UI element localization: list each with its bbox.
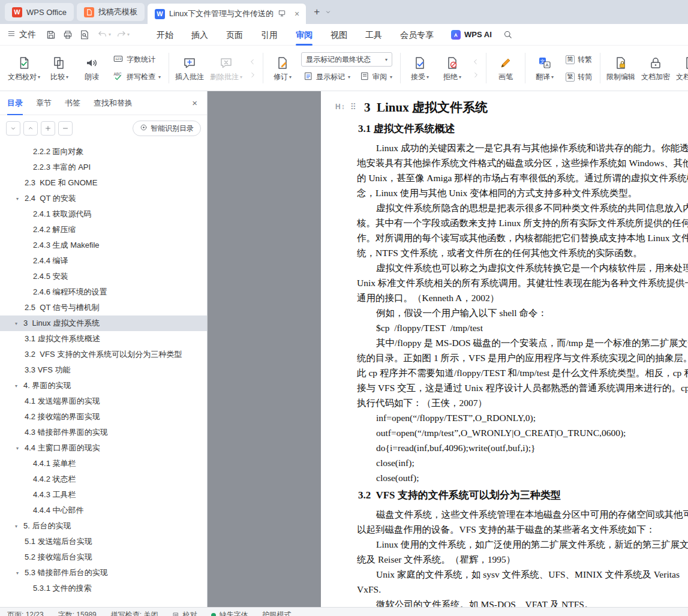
toc-item[interactable]: 2.2.3 丰富的 API xyxy=(0,160,207,175)
smart-toc-button[interactable]: 智能识别目录 xyxy=(133,121,201,136)
next-comment-button[interactable] xyxy=(245,70,260,80)
tab-review[interactable]: 审阅 xyxy=(287,24,322,46)
toc-expand-icon[interactable]: ▾ xyxy=(16,570,25,576)
chevron-up-icon[interactable] xyxy=(23,121,38,136)
toc-expand-icon[interactable]: ▾ xyxy=(16,446,25,451)
translate-button[interactable]: 文A 翻译▾ xyxy=(528,48,561,88)
expand-all-icon[interactable] xyxy=(41,121,55,136)
proofread-indicator[interactable]: 校对 xyxy=(172,610,197,616)
sidebar-tab-toc[interactable]: 目录 xyxy=(7,91,23,115)
undo-button[interactable]: ▾ xyxy=(97,29,111,40)
reject-change-button[interactable]: 拒绝▾ xyxy=(436,48,468,88)
close-icon[interactable]: × xyxy=(293,9,301,19)
chevron-down-icon[interactable] xyxy=(6,121,20,136)
toc-item[interactable]: 4.2 接收端的界面实现 xyxy=(0,409,207,425)
new-tab-button[interactable]: + xyxy=(309,4,325,20)
print-preview-icon[interactable] xyxy=(77,27,92,43)
tab-active-document[interactable]: W Linux下文件管理与文件传送的 × xyxy=(148,4,306,24)
proofread-button[interactable]: 文档校对▾ xyxy=(5,48,43,88)
insert-comment-button[interactable]: 插入批注 xyxy=(172,48,207,88)
toc-item[interactable]: 2.4.4 编译 xyxy=(0,253,207,269)
toc-expand-icon[interactable]: ▾ xyxy=(15,383,23,389)
tab-tools[interactable]: 工具 xyxy=(356,24,391,46)
next-change-button[interactable] xyxy=(468,70,483,80)
toc-item[interactable]: 3.1 虚拟文件系统概述 xyxy=(0,331,207,347)
toc-item[interactable]: 2.4.5 安装 xyxy=(0,269,207,284)
wps-ai-button[interactable]: WPS AI xyxy=(451,30,492,40)
missing-fonts-indicator[interactable]: 缺失字体 xyxy=(211,610,248,616)
toc-item[interactable]: 4.4.4 中心部件 xyxy=(0,503,207,518)
collapse-all-icon[interactable] xyxy=(58,121,73,136)
document-page[interactable]: H↕ ⠿ 3 Linux 虚拟文件系统3.1 虚拟文件系统概述Linux 成功的… xyxy=(321,91,688,607)
print-icon[interactable] xyxy=(60,27,76,43)
toc-item[interactable]: 4.4.3 工具栏 xyxy=(0,487,207,503)
document-content[interactable]: 3 Linux 虚拟文件系统3.1 虚拟文件系统概述Linux 成功的关键因素之… xyxy=(321,91,688,607)
toc-item[interactable]: 3.2 VFS 支持的文件系统可以划分为三种类型 xyxy=(0,347,207,362)
save-icon[interactable] xyxy=(43,27,59,43)
toc-item[interactable]: ▾4.4 主窗口界面的现实 xyxy=(0,440,207,456)
delete-comment-button[interactable]: 删除批注▾ xyxy=(207,48,245,88)
heading-level-handle-icon[interactable]: H↕ xyxy=(335,103,345,111)
document-canvas[interactable]: H↕ ⠿ 3 Linux 虚拟文件系统3.1 虚拟文件系统概述Linux 成功的… xyxy=(208,91,688,607)
toc-item[interactable]: 4.1 发送端界面的实现 xyxy=(0,393,207,409)
pen-button[interactable]: 画笔 xyxy=(489,48,522,88)
previous-change-button[interactable] xyxy=(468,56,483,67)
drag-handle-icon[interactable]: ⠿ xyxy=(350,102,356,112)
toc-expand-icon[interactable]: ▾ xyxy=(15,321,23,326)
toc-item[interactable]: 4.4.1 菜单栏 xyxy=(0,456,207,471)
tab-page[interactable]: 页面 xyxy=(217,24,252,46)
toc-expand-icon[interactable]: ▾ xyxy=(15,524,23,529)
toc-item[interactable]: 5.3.1 文件的搜索 xyxy=(0,581,207,596)
restrict-editing-button[interactable]: 限制编辑 xyxy=(603,48,638,88)
toc-item[interactable]: 2.4.2 解压缩 xyxy=(0,222,207,238)
close-icon[interactable]: × xyxy=(190,97,200,109)
toc-item[interactable]: 4.4.2 状态栏 xyxy=(0,471,207,487)
tab-list-chevron-icon[interactable] xyxy=(325,4,335,20)
toc-item[interactable]: 5.2 接收端后台实现 xyxy=(0,549,207,565)
toc-item[interactable]: 2.4.3 生成 Makefile xyxy=(0,238,207,253)
redo-button[interactable]: ▾ xyxy=(116,29,130,40)
review-panel-button[interactable]: 审阅 ▾ xyxy=(357,70,395,84)
accept-change-button[interactable]: 接受▾ xyxy=(404,48,436,88)
encrypt-document-button[interactable]: 文档加密 xyxy=(638,48,673,88)
show-markup-button[interactable]: 显示标记 ▾ xyxy=(301,70,353,84)
tab-template-document[interactable]: 找稿壳模板 xyxy=(77,3,145,21)
toc-item[interactable]: 2.2.2 面向对象 xyxy=(0,144,207,160)
toc-item[interactable]: ▾5. 后台的实现 xyxy=(0,518,207,534)
traditional-to-simplified-button[interactable]: 繁 转简 xyxy=(563,70,594,84)
compare-button[interactable]: 比较▾ xyxy=(43,48,76,88)
toc-item[interactable]: 2.5 QT 信号与槽机制 xyxy=(0,300,207,315)
markup-state-combobox[interactable]: 显示标记的最终状态 ▾ xyxy=(301,52,392,67)
toc-item[interactable]: ▾4. 界面的实现 xyxy=(0,378,207,393)
toc-item[interactable]: 2.4.1 获取源代码 xyxy=(0,206,207,222)
spell-check-button[interactable]: ABC 拼写检查 ▾ xyxy=(110,70,163,84)
toc-item[interactable]: 5.1 发送端后台实现 xyxy=(0,534,207,549)
page-indicator[interactable]: 页面: 12/23 xyxy=(7,610,44,616)
toc-expand-icon[interactable]: ▾ xyxy=(16,196,25,202)
toc-item[interactable]: ▾3 Linux 虚拟文件系统 xyxy=(0,315,207,331)
read-aloud-button[interactable]: 朗读 xyxy=(76,48,108,88)
spell-check-indicator[interactable]: 拼写检查: 关闭 xyxy=(111,610,158,616)
tab-view[interactable]: 视图 xyxy=(322,24,356,46)
track-changes-button[interactable]: 修订▾ xyxy=(266,48,299,88)
tab-wps-office-home[interactable]: W WPS Office xyxy=(5,3,74,21)
tab-home[interactable]: 开始 xyxy=(148,24,182,46)
tab-insert[interactable]: 插入 xyxy=(182,24,217,46)
sidebar-tab-bookmarks[interactable]: 书签 xyxy=(65,91,80,115)
toc-item[interactable]: 2.4.6 编程环境的设置 xyxy=(0,284,207,300)
toc-item[interactable]: ▾5.3 错接部件后台的实现 xyxy=(0,565,207,581)
sidebar-tab-chapters[interactable]: 章节 xyxy=(36,91,52,115)
toc-item[interactable]: 3.3 VFS 功能 xyxy=(0,362,207,378)
toc-item[interactable]: ▾2.4 QT 的安装 xyxy=(0,191,207,206)
word-count-button[interactable]: 123 字数统计 xyxy=(110,52,163,67)
file-menu[interactable]: 文件 xyxy=(0,24,43,45)
search-icon[interactable] xyxy=(500,27,516,43)
simplified-to-traditional-button[interactable]: 简 转繁 xyxy=(563,52,594,67)
toc-item[interactable]: 4.3 错接部件界面的实现 xyxy=(0,425,207,440)
sidebar-tab-find-replace[interactable]: 查找和替换 xyxy=(94,91,133,115)
word-count-indicator[interactable]: 字数: 15989 xyxy=(58,610,97,616)
eye-protect-mode[interactable]: 护眼模式 xyxy=(262,610,291,616)
document-permission-button[interactable]: 文档权限 xyxy=(673,48,688,88)
toc-item[interactable]: 2.3 KDE 和 GNOME xyxy=(0,175,207,191)
tab-member[interactable]: 会员专享 xyxy=(391,24,443,46)
